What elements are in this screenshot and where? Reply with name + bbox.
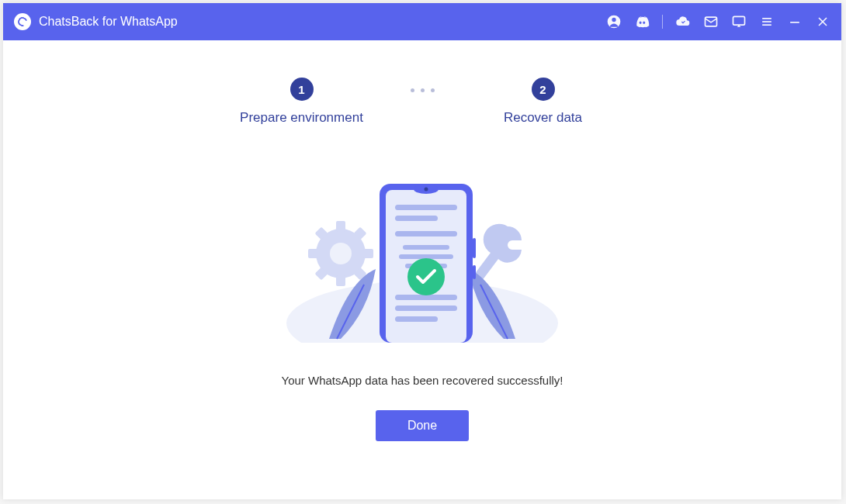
svg-rect-15 bbox=[362, 249, 373, 258]
svg-rect-28 bbox=[395, 216, 438, 221]
status-message: Your WhatsApp data has been recovered su… bbox=[282, 374, 563, 387]
discord-icon[interactable] bbox=[634, 14, 650, 29]
titlebar-left: ChatsBack for WhatsApp bbox=[14, 13, 178, 30]
app-logo-icon bbox=[14, 13, 31, 30]
step-2: 2 Recover data bbox=[466, 78, 621, 126]
steps-indicator: 1 Prepare environment 2 Recover data bbox=[224, 78, 621, 126]
svg-rect-34 bbox=[395, 306, 457, 311]
svg-rect-3 bbox=[733, 16, 745, 25]
step-1: 1 Prepare environment bbox=[224, 78, 380, 126]
close-icon[interactable] bbox=[815, 14, 830, 29]
titlebar-divider bbox=[662, 15, 663, 29]
titlebar-right bbox=[606, 14, 830, 29]
minimize-icon[interactable] bbox=[787, 14, 803, 29]
account-icon[interactable] bbox=[606, 14, 622, 29]
titlebar: ChatsBack for WhatsApp bbox=[3, 3, 841, 40]
menu-icon[interactable] bbox=[759, 14, 775, 29]
cloud-icon[interactable] bbox=[675, 14, 691, 29]
main-content: 1 Prepare environment 2 Recover data bbox=[3, 40, 841, 499]
svg-rect-14 bbox=[308, 249, 319, 258]
svg-point-20 bbox=[330, 243, 352, 264]
step-2-label: Recover data bbox=[504, 110, 582, 126]
mail-icon[interactable] bbox=[703, 14, 719, 29]
svg-rect-26 bbox=[473, 265, 476, 279]
svg-rect-12 bbox=[336, 221, 345, 232]
svg-rect-33 bbox=[395, 295, 457, 300]
success-illustration bbox=[283, 172, 562, 343]
svg-rect-13 bbox=[336, 275, 345, 286]
app-title: ChatsBack for WhatsApp bbox=[39, 15, 178, 29]
step-dots bbox=[411, 88, 435, 92]
svg-point-24 bbox=[425, 188, 428, 192]
svg-point-36 bbox=[407, 258, 445, 295]
done-button[interactable]: Done bbox=[376, 410, 469, 441]
svg-rect-25 bbox=[473, 238, 476, 258]
svg-rect-35 bbox=[395, 316, 438, 322]
step-1-circle: 1 bbox=[290, 78, 314, 101]
svg-rect-30 bbox=[403, 245, 449, 250]
svg-point-1 bbox=[612, 18, 615, 22]
step-1-label: Prepare environment bbox=[240, 110, 363, 126]
feedback-icon[interactable] bbox=[731, 14, 747, 29]
app-window: ChatsBack for WhatsApp bbox=[3, 3, 841, 499]
svg-rect-29 bbox=[395, 231, 457, 236]
svg-rect-27 bbox=[395, 205, 457, 210]
step-2-circle: 2 bbox=[532, 78, 555, 101]
